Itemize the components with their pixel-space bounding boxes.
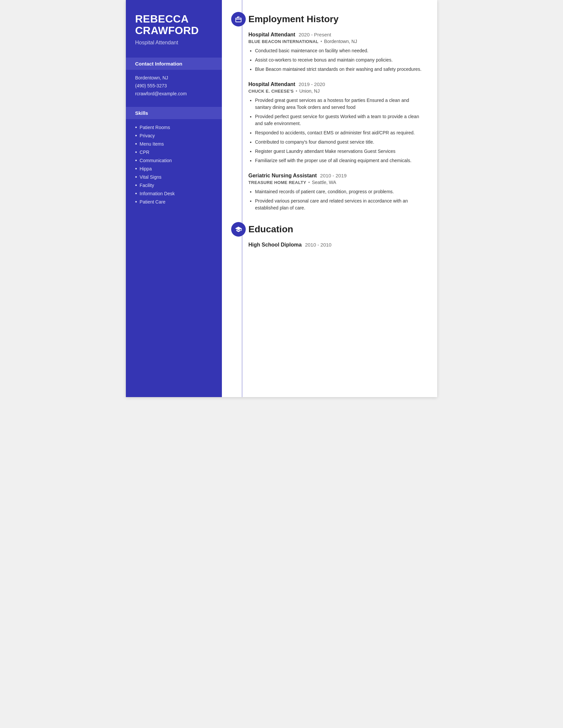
candidate-name: REBECCA CRAWFORD	[135, 13, 212, 36]
job-bullet: Familiarize self with the proper use of …	[255, 157, 424, 164]
job-title-line: Hospital Attendant2019 - 2020	[248, 81, 424, 87]
job-title: Hospital Attendant	[248, 81, 296, 87]
contact-location: Bordentown, NJ	[135, 75, 212, 80]
education-section-title: Education	[248, 222, 424, 235]
job-block: Hospital Attendant2019 - 2020Chuck E. Ch…	[248, 81, 424, 164]
employment-icon	[231, 12, 246, 26]
contact-info: Bordentown, NJ (490) 555-3273 rcrawford@…	[135, 75, 212, 96]
skill-item: Privacy	[135, 133, 212, 139]
contact-email: rcrawford@example.com	[135, 91, 212, 96]
job-company: Blue Beacon International•Bordentown, NJ	[248, 39, 424, 44]
sidebar: REBECCA CRAWFORD Hospital Attendant Cont…	[126, 0, 222, 397]
skill-item: Facility	[135, 182, 212, 188]
edu-block: High School Diploma2010 - 2010	[248, 242, 424, 248]
job-dates: 2020 - Present	[299, 32, 331, 37]
job-bullet: Conducted basic maintenance on facility …	[255, 47, 424, 54]
job-bullet: Blue Beacon maintained strict standards …	[255, 66, 424, 73]
briefcase-icon	[235, 16, 242, 23]
skill-item: Menu Items	[135, 141, 212, 147]
job-dates: 2019 - 2020	[299, 81, 325, 87]
skill-item: Communication	[135, 158, 212, 163]
job-company: Chuck E. Cheese's•Union, NJ	[248, 88, 424, 94]
skill-item: Information Desk	[135, 191, 212, 197]
job-dates: 2010 - 2019	[320, 173, 347, 178]
job-bullet: Responded to accidents, contact EMS or a…	[255, 129, 424, 136]
skills-section-header: Skills	[126, 107, 222, 119]
job-bullet: Assist co-workers to receive bonus and m…	[255, 57, 424, 64]
skill-item: Patient Care	[135, 199, 212, 205]
job-company: TREASURE HOME REALTY•Seattle, WA	[248, 180, 424, 185]
main-content: Employment History Hospital Attendant202…	[222, 0, 437, 397]
job-bullets: Provided great guest services as a hoste…	[248, 97, 424, 164]
job-block: Geriatric Nursing Assistant2010 - 2019TR…	[248, 173, 424, 211]
edu-degree: High School Diploma	[248, 242, 302, 248]
job-bullet: Maintained records of patient care, cond…	[255, 188, 424, 195]
education-icon	[231, 222, 246, 237]
job-bullets: Maintained records of patient care, cond…	[248, 188, 424, 211]
job-bullet: Provided various personal care and relat…	[255, 198, 424, 211]
employment-section: Employment History Hospital Attendant202…	[222, 12, 424, 211]
job-bullet: Provided perfect guest service for guest…	[255, 113, 424, 127]
job-title: Hospital Attendant	[248, 32, 296, 38]
jobs-container: Hospital Attendant2020 - PresentBlue Bea…	[248, 32, 424, 211]
edu-dates: 2010 - 2010	[305, 242, 332, 248]
job-title-line: Hospital Attendant2020 - Present	[248, 32, 424, 38]
edu-container: High School Diploma2010 - 2010	[248, 242, 424, 248]
skill-item: CPR	[135, 149, 212, 155]
candidate-title: Hospital Attendant	[135, 40, 212, 46]
contact-phone: (490) 555-3273	[135, 83, 212, 88]
job-bullet: Register guest Laundry attendant Make re…	[255, 148, 424, 155]
contact-section-header: Contact Information	[126, 58, 222, 70]
skill-item: Vital Signs	[135, 174, 212, 180]
job-bullets: Conducted basic maintenance on facility …	[248, 47, 424, 73]
employment-section-title: Employment History	[248, 12, 424, 24]
job-title: Geriatric Nursing Assistant	[248, 173, 317, 179]
skill-item: Patient Rooms	[135, 124, 212, 130]
graduation-icon	[235, 226, 242, 233]
job-title-line: Geriatric Nursing Assistant2010 - 2019	[248, 173, 424, 179]
edu-title-line: High School Diploma2010 - 2010	[248, 242, 424, 248]
skill-item: Hippa	[135, 166, 212, 172]
job-block: Hospital Attendant2020 - PresentBlue Bea…	[248, 32, 424, 73]
job-bullet: Provided great guest services as a hoste…	[255, 97, 424, 111]
education-section: Education High School Diploma2010 - 2010	[222, 222, 424, 248]
job-bullet: Contributed to company's four diamond gu…	[255, 139, 424, 146]
skills-list: Patient RoomsPrivacyMenu ItemsCPRCommuni…	[135, 124, 212, 205]
resume-container: REBECCA CRAWFORD Hospital Attendant Cont…	[126, 0, 437, 397]
